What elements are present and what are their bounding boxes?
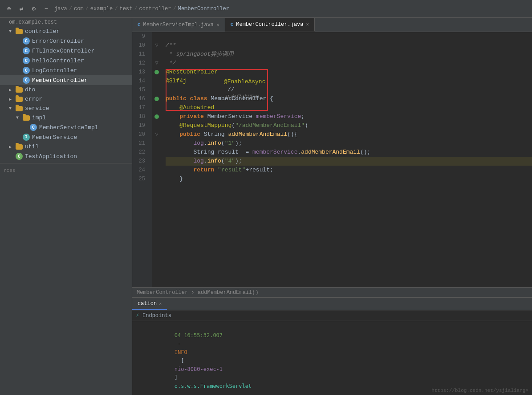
- linenum-19: 19: [132, 121, 149, 130]
- linenum-24: 24: [132, 166, 149, 175]
- sidebar-item-testapplication[interactable]: C TestApplication: [0, 151, 132, 161]
- gutter: ▽ ▽: [152, 32, 161, 287]
- sidebar-item-controller[interactable]: controller: [0, 27, 132, 36]
- tab-membercontroller[interactable]: C MemberController.java ✕: [225, 18, 315, 32]
- gutter-22: [152, 148, 161, 157]
- linenum-10: 10: [132, 41, 149, 50]
- sidebar-root-label: om.example.test: [9, 19, 57, 25]
- sidebar-label-memberserviceimpl: MemberServiceImpl: [39, 124, 98, 131]
- tab-memberserviceimpl[interactable]: C MemberServiceImpl.java ✕: [132, 18, 225, 32]
- sidebar-item-impl[interactable]: impl: [0, 113, 132, 122]
- sidebar-label-error: error: [25, 96, 42, 102]
- bottom-tab-bar: cation ✕: [132, 298, 532, 310]
- code-line-10: /**: [166, 41, 532, 50]
- linenum-25: 25: [132, 175, 149, 183]
- folder-arrow-service: [9, 106, 13, 111]
- class-icon-member: C: [23, 77, 30, 84]
- endpoints-icon: ⚡: [136, 313, 139, 319]
- folder-icon-util: [16, 144, 23, 150]
- linenum-18: 18: [132, 112, 149, 121]
- folder-arrow-controller: [9, 29, 13, 34]
- gutter-17: [152, 103, 161, 112]
- sidebar-item-error[interactable]: error: [0, 94, 132, 104]
- gutter-18: [152, 112, 161, 121]
- code-line-25: }: [166, 175, 532, 183]
- linenum-12: 12: [132, 59, 149, 68]
- sidebar-label-controller: controller: [25, 28, 60, 35]
- sidebar-item-logcontroller[interactable]: C LogController: [0, 65, 132, 75]
- code-editor: 9 10 11 12 13 14 15 16 17 18 19 20 21 22: [132, 32, 532, 297]
- code-line-20: public String addMemberAndEmail(){: [166, 130, 532, 139]
- tab-close-membercontroller[interactable]: ✕: [306, 21, 309, 27]
- sync-icon[interactable]: ⇄: [17, 4, 26, 13]
- gutter-13: [152, 68, 161, 77]
- endpoints-label: Endpoints: [142, 313, 171, 319]
- fold-icon-20[interactable]: ▽: [155, 130, 158, 139]
- linenum-23: 23: [132, 157, 149, 166]
- breakpoint-13[interactable]: [154, 70, 159, 74]
- sidebar-label-testapp: TestApplication: [25, 153, 77, 160]
- gutter-21: [152, 139, 161, 148]
- minimize-icon[interactable]: −: [42, 4, 51, 13]
- log-area[interactable]: 04 16:55:32.007 - INFO [ nio-8080-exec-1…: [132, 321, 532, 395]
- code-lines[interactable]: /** * springboot异步调用 */ @RestController: [161, 32, 532, 287]
- line-numbers: 9 10 11 12 13 14 15 16 17 18 19 20 21 22: [132, 32, 152, 287]
- gutter-20: ▽: [152, 130, 161, 139]
- tab-bar: C MemberServiceImpl.java ✕ C MemberContr…: [132, 18, 532, 32]
- folder-arrow-error: [9, 97, 13, 102]
- gutter-11: [152, 50, 161, 59]
- linenum-20: 20: [132, 130, 149, 139]
- sidebar: om.example.test controller C ErrorContro…: [0, 18, 132, 395]
- sidebar-item-memberservice[interactable]: I MemberService: [0, 132, 132, 142]
- bottom-tab-application[interactable]: cation ✕: [132, 298, 167, 310]
- folder-icon-controller: [16, 29, 23, 34]
- sidebar-label-log: LogController: [32, 67, 77, 74]
- linenum-14: 14: [132, 77, 149, 86]
- linenum-21: 21: [132, 139, 149, 148]
- sidebar-item-hellocontroller[interactable]: C helloController: [0, 56, 132, 65]
- right-panel: C MemberServiceImpl.java ✕ C MemberContr…: [132, 18, 532, 395]
- sidebar-item-membercontroller[interactable]: C MemberController: [0, 75, 132, 85]
- breadcrumb-com: com: [74, 6, 84, 12]
- fold-icon-10[interactable]: ▽: [155, 41, 158, 50]
- sidebar-item-errorcontroller[interactable]: C ErrorController: [0, 36, 132, 46]
- breadcrumb-test: test: [119, 6, 132, 12]
- folder-icon-service: [16, 106, 23, 111]
- breakpoint-16[interactable]: [154, 97, 159, 101]
- sidebar-item-memberserviceimpl[interactable]: C MemberServiceImpl: [0, 122, 132, 132]
- bottom-tab-close[interactable]: ✕: [159, 301, 162, 306]
- sidebar-item-ftlindexcontroller[interactable]: C FTLIndexController: [0, 46, 132, 56]
- sidebar-label-util: util: [25, 143, 39, 150]
- code-line-19: @RequestMapping("/addMemberAndEmail"): [166, 121, 532, 130]
- sidebar-label-hello: helloController: [32, 57, 84, 64]
- breakpoint-18[interactable]: [154, 114, 159, 119]
- linenum-11: 11: [132, 50, 149, 59]
- gutter-24: [152, 166, 161, 175]
- gutter-16: [152, 94, 161, 103]
- code-line-11: * springboot异步调用: [166, 50, 532, 59]
- watermark: https://blog.csdn.net/ysjialiang×: [431, 388, 528, 393]
- folder-icon-dto: [16, 87, 23, 93]
- linenum-13: 13: [132, 68, 149, 77]
- main-layout: om.example.test controller C ErrorContro…: [0, 18, 532, 395]
- breadcrumb-controller: controller: [139, 6, 171, 12]
- class-icon-ftlindex: C: [23, 47, 30, 54]
- sidebar-item-service[interactable]: service: [0, 104, 132, 113]
- code-content[interactable]: 9 10 11 12 13 14 15 16 17 18 19 20 21 22: [132, 32, 532, 287]
- tab-close-memberserviceimpl[interactable]: ✕: [216, 22, 219, 28]
- sidebar-item-dto[interactable]: dto: [0, 85, 132, 94]
- sidebar-label-member: MemberController: [32, 77, 88, 84]
- breadcrumb-java: java: [54, 6, 67, 12]
- sidebar-label-ftlindex: FTLIndexController: [32, 48, 94, 54]
- endpoints-bar: ⚡ Endpoints: [132, 310, 532, 321]
- code-line-17: @Autowired: [166, 103, 532, 112]
- sidebar-label-impl: impl: [32, 114, 46, 121]
- tab-label-membercontroller: MemberController.java: [236, 21, 303, 28]
- settings-icon[interactable]: ⚙: [29, 4, 38, 13]
- fold-icon-12[interactable]: ▽: [155, 59, 158, 68]
- sidebar-label-dto: dto: [25, 86, 35, 93]
- sidebar-item-util[interactable]: util: [0, 142, 132, 151]
- add-icon[interactable]: ⊕: [4, 4, 13, 13]
- tab-icon-membercontroller: C: [231, 22, 234, 27]
- top-toolbar: ⊕ ⇄ ⚙ − java / com / example / test / co…: [0, 0, 532, 18]
